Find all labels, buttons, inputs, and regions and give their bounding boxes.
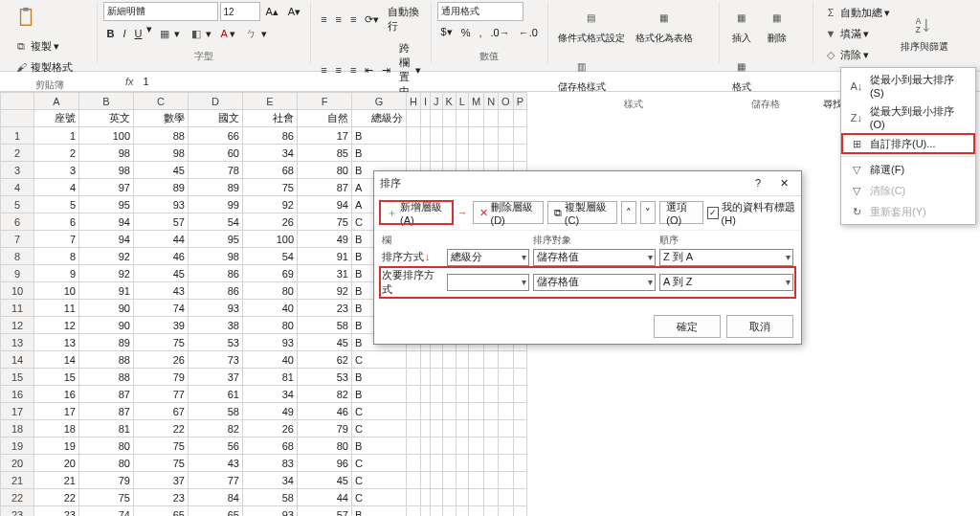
cell[interactable] <box>468 403 483 420</box>
cell[interactable]: 66 <box>189 127 243 145</box>
column-header[interactable]: D <box>189 93 243 110</box>
cell[interactable] <box>442 455 456 472</box>
cell-styles-button[interactable]: ▥儲存格樣式 <box>554 51 610 97</box>
cell[interactable]: 80 <box>243 317 298 334</box>
cell[interactable] <box>442 506 456 517</box>
cell[interactable]: 98 <box>134 145 189 162</box>
cell[interactable]: 34 <box>243 145 298 162</box>
cell[interactable]: 100 <box>79 127 134 145</box>
cell[interactable]: 54 <box>243 248 298 265</box>
cell[interactable]: 26 <box>243 420 298 437</box>
row-header[interactable]: 2 <box>1 145 34 162</box>
cell[interactable]: 65 <box>189 506 243 517</box>
cell[interactable] <box>407 472 421 489</box>
cell[interactable]: 58 <box>189 403 243 420</box>
cell[interactable] <box>499 455 514 472</box>
cell[interactable] <box>431 386 443 403</box>
cell[interactable]: 74 <box>79 506 134 517</box>
cell[interactable]: 43 <box>134 282 189 300</box>
cell[interactable]: 94 <box>298 196 352 213</box>
cell[interactable] <box>484 489 499 506</box>
move-up-button[interactable]: ˄ <box>621 201 636 224</box>
border-button[interactable]: ▦▾ <box>153 23 184 44</box>
cell[interactable] <box>499 506 514 517</box>
cell[interactable]: B <box>352 127 407 145</box>
row-header[interactable]: 7 <box>1 231 34 248</box>
cell[interactable] <box>456 369 468 386</box>
cell[interactable]: C <box>352 351 407 369</box>
cell[interactable]: 80 <box>79 437 134 455</box>
cell[interactable] <box>468 420 483 437</box>
header-cell[interactable]: 數學 <box>134 110 189 127</box>
cell[interactable] <box>431 403 443 420</box>
cell[interactable]: 80 <box>298 437 352 455</box>
sort-filter-button[interactable]: AZ排序與篩選 <box>897 11 952 56</box>
paste-button[interactable] <box>10 2 42 33</box>
cell[interactable] <box>420 489 430 506</box>
phonetic-button[interactable]: ㄅ▾ <box>240 23 271 44</box>
cell[interactable] <box>513 455 526 472</box>
cell[interactable] <box>499 437 514 455</box>
cell[interactable]: 10 <box>34 282 79 300</box>
cell[interactable] <box>484 506 499 517</box>
copy-level-button[interactable]: ⧉複製層級(C) <box>547 201 617 224</box>
cell[interactable]: 95 <box>189 231 243 248</box>
cell[interactable]: 98 <box>189 248 243 265</box>
fill-button[interactable]: ▼填滿▾ <box>819 23 894 44</box>
cell[interactable] <box>456 472 468 489</box>
cell[interactable] <box>431 472 443 489</box>
column-header[interactable]: K <box>442 93 456 110</box>
cell[interactable] <box>407 145 421 162</box>
format-painter-button[interactable]: 🖌複製格式 <box>10 56 77 78</box>
cell[interactable]: 23 <box>134 489 189 506</box>
cell[interactable]: 67 <box>134 403 189 420</box>
cell[interactable] <box>484 403 499 420</box>
row-header[interactable]: 12 <box>1 317 34 334</box>
font-color-button[interactable]: A▾ <box>216 23 238 44</box>
menu-sort-desc[interactable]: Z↓從最大到最小排序(O) <box>841 101 975 133</box>
cell[interactable]: 75 <box>134 437 189 455</box>
row-header[interactable]: 1 <box>1 127 34 145</box>
primary-order-dropdown[interactable]: Z 到 A <box>659 249 793 266</box>
cell[interactable] <box>513 369 526 386</box>
cell[interactable] <box>484 127 499 145</box>
cell[interactable]: 68 <box>243 437 298 455</box>
cell[interactable] <box>456 489 468 506</box>
cell[interactable] <box>442 145 456 162</box>
cell[interactable] <box>456 437 468 455</box>
cell[interactable]: 4 <box>34 179 79 196</box>
header-cell[interactable]: 國文 <box>189 110 243 127</box>
cell[interactable]: 82 <box>298 386 352 403</box>
cell[interactable] <box>499 420 514 437</box>
row-header[interactable]: 22 <box>1 489 34 506</box>
cell[interactable]: 81 <box>79 420 134 437</box>
cell[interactable] <box>456 420 468 437</box>
cell[interactable]: 17 <box>298 127 352 145</box>
cell[interactable]: 22 <box>134 420 189 437</box>
cell[interactable]: 91 <box>79 282 134 300</box>
dialog-help-button[interactable]: ? <box>746 174 769 191</box>
cell[interactable] <box>442 437 456 455</box>
menu-sort-asc[interactable]: A↓從最小到最大排序(S) <box>841 70 975 101</box>
row-header[interactable]: 19 <box>1 437 34 455</box>
cell[interactable]: 54 <box>189 213 243 231</box>
cell[interactable]: 80 <box>298 162 352 179</box>
cell[interactable]: 6 <box>34 213 79 231</box>
cell[interactable] <box>442 110 456 127</box>
cell[interactable]: 39 <box>134 317 189 334</box>
cell[interactable] <box>484 437 499 455</box>
cell[interactable]: 86 <box>243 127 298 145</box>
cell[interactable] <box>442 386 456 403</box>
column-header[interactable]: C <box>134 93 189 110</box>
cell[interactable]: 5 <box>34 196 79 213</box>
cell[interactable] <box>499 489 514 506</box>
cell[interactable] <box>407 110 421 127</box>
cell[interactable] <box>431 127 443 145</box>
align-middle-button[interactable]: ≡ <box>332 2 345 36</box>
cell[interactable]: 12 <box>34 317 79 334</box>
cell[interactable] <box>407 489 421 506</box>
cell[interactable]: 69 <box>243 265 298 282</box>
cell[interactable]: 92 <box>79 265 134 282</box>
select-all-cell[interactable] <box>1 93 34 110</box>
cell[interactable]: 46 <box>298 403 352 420</box>
